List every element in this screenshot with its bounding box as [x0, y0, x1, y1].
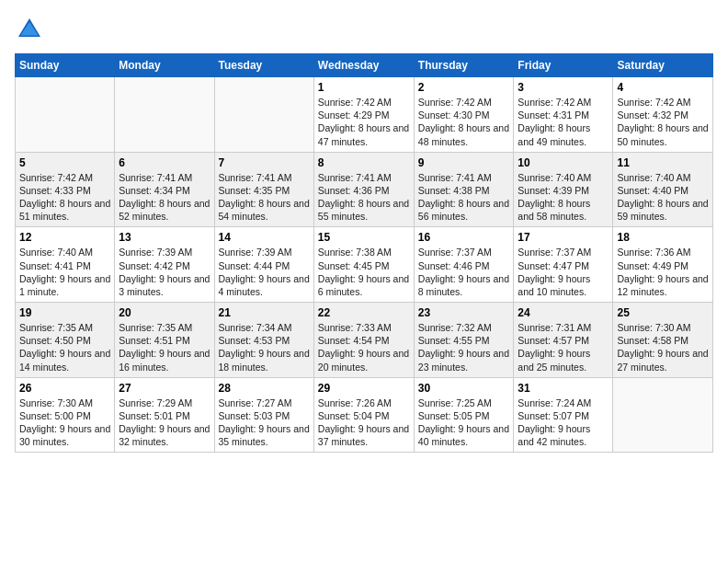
weekday-header: Sunday: [16, 54, 115, 77]
weekday-header: Thursday: [414, 54, 514, 77]
calendar-week-row: 26Sunrise: 7:30 AMSunset: 5:00 PMDayligh…: [16, 377, 713, 453]
day-number: 12: [19, 231, 110, 244]
day-info: Sunrise: 7:40 AMSunset: 4:40 PMDaylight:…: [617, 171, 709, 224]
day-info: Sunrise: 7:24 AMSunset: 5:07 PMDaylight:…: [518, 396, 609, 449]
calendar-day-cell: 17Sunrise: 7:37 AMSunset: 4:47 PMDayligh…: [514, 227, 613, 303]
day-info: Sunrise: 7:35 AMSunset: 4:51 PMDaylight:…: [119, 321, 210, 373]
calendar-day-cell: 28Sunrise: 7:27 AMSunset: 5:03 PMDayligh…: [214, 377, 313, 453]
day-info: Sunrise: 7:35 AMSunset: 4:50 PMDaylight:…: [19, 321, 110, 373]
calendar-day-cell: 22Sunrise: 7:33 AMSunset: 4:54 PMDayligh…: [313, 303, 414, 378]
day-info: Sunrise: 7:42 AMSunset: 4:30 PMDaylight:…: [418, 96, 510, 148]
page-header: [15, 15, 713, 44]
calendar-day-cell: [613, 377, 713, 453]
calendar-week-row: 5Sunrise: 7:42 AMSunset: 4:33 PMDaylight…: [16, 152, 713, 227]
day-info: Sunrise: 7:36 AMSunset: 4:49 PMDaylight:…: [617, 246, 709, 298]
logo: [15, 15, 48, 44]
day-number: 9: [418, 156, 510, 169]
calendar-table: SundayMondayTuesdayWednesdayThursdayFrid…: [15, 53, 713, 453]
day-number: 26: [19, 382, 110, 395]
day-number: 20: [119, 306, 210, 319]
calendar-day-cell: 10Sunrise: 7:40 AMSunset: 4:39 PMDayligh…: [514, 152, 613, 227]
calendar-day-cell: 14Sunrise: 7:39 AMSunset: 4:44 PMDayligh…: [214, 227, 313, 303]
day-info: Sunrise: 7:42 AMSunset: 4:31 PMDaylight:…: [518, 96, 609, 148]
day-number: 6: [119, 156, 210, 169]
calendar-day-cell: 9Sunrise: 7:41 AMSunset: 4:38 PMDaylight…: [414, 152, 514, 227]
day-info: Sunrise: 7:25 AMSunset: 5:05 PMDaylight:…: [418, 396, 510, 449]
calendar-day-cell: 23Sunrise: 7:32 AMSunset: 4:55 PMDayligh…: [414, 303, 514, 378]
day-number: 10: [518, 156, 609, 169]
day-info: Sunrise: 7:42 AMSunset: 4:33 PMDaylight:…: [19, 171, 110, 224]
day-info: Sunrise: 7:42 AMSunset: 4:32 PMDaylight:…: [617, 96, 709, 148]
day-number: 16: [418, 231, 510, 244]
weekday-header: Wednesday: [313, 54, 414, 77]
weekday-header: Saturday: [613, 54, 713, 77]
day-info: Sunrise: 7:40 AMSunset: 4:39 PMDaylight:…: [518, 171, 609, 224]
calendar-day-cell: 20Sunrise: 7:35 AMSunset: 4:51 PMDayligh…: [115, 303, 214, 378]
calendar-week-row: 1Sunrise: 7:42 AMSunset: 4:29 PMDaylight…: [16, 77, 713, 153]
day-number: 19: [19, 306, 110, 319]
calendar-day-cell: 30Sunrise: 7:25 AMSunset: 5:05 PMDayligh…: [414, 377, 514, 453]
calendar-day-cell: 29Sunrise: 7:26 AMSunset: 5:04 PMDayligh…: [313, 377, 414, 453]
day-info: Sunrise: 7:40 AMSunset: 4:41 PMDaylight:…: [19, 246, 110, 298]
day-info: Sunrise: 7:31 AMSunset: 4:57 PMDaylight:…: [518, 321, 609, 373]
calendar-day-cell: 15Sunrise: 7:38 AMSunset: 4:45 PMDayligh…: [313, 227, 414, 303]
logo-icon: [15, 15, 44, 44]
calendar-day-cell: 7Sunrise: 7:41 AMSunset: 4:35 PMDaylight…: [214, 152, 313, 227]
calendar-day-cell: 2Sunrise: 7:42 AMSunset: 4:30 PMDaylight…: [414, 77, 514, 153]
day-number: 23: [418, 306, 510, 319]
calendar-day-cell: 3Sunrise: 7:42 AMSunset: 4:31 PMDaylight…: [514, 77, 613, 153]
day-info: Sunrise: 7:30 AMSunset: 4:58 PMDaylight:…: [617, 321, 709, 373]
day-number: 15: [318, 231, 410, 244]
day-info: Sunrise: 7:27 AMSunset: 5:03 PMDaylight:…: [219, 396, 310, 449]
calendar-day-cell: [115, 77, 214, 153]
calendar-week-row: 12Sunrise: 7:40 AMSunset: 4:41 PMDayligh…: [16, 227, 713, 303]
day-number: 25: [617, 306, 709, 319]
calendar-header-row: SundayMondayTuesdayWednesdayThursdayFrid…: [16, 54, 713, 77]
calendar-day-cell: 5Sunrise: 7:42 AMSunset: 4:33 PMDaylight…: [16, 152, 115, 227]
calendar-day-cell: 13Sunrise: 7:39 AMSunset: 4:42 PMDayligh…: [115, 227, 214, 303]
day-number: 14: [219, 231, 310, 244]
calendar-day-cell: 4Sunrise: 7:42 AMSunset: 4:32 PMDaylight…: [613, 77, 713, 153]
day-number: 1: [318, 81, 410, 94]
day-info: Sunrise: 7:34 AMSunset: 4:53 PMDaylight:…: [219, 321, 310, 373]
day-number: 30: [418, 382, 510, 395]
calendar-day-cell: 18Sunrise: 7:36 AMSunset: 4:49 PMDayligh…: [613, 227, 713, 303]
calendar-day-cell: [16, 77, 115, 153]
day-info: Sunrise: 7:32 AMSunset: 4:55 PMDaylight:…: [418, 321, 510, 373]
calendar-day-cell: 24Sunrise: 7:31 AMSunset: 4:57 PMDayligh…: [514, 303, 613, 378]
day-info: Sunrise: 7:41 AMSunset: 4:36 PMDaylight:…: [318, 171, 410, 224]
day-number: 7: [219, 156, 310, 169]
calendar-day-cell: 21Sunrise: 7:34 AMSunset: 4:53 PMDayligh…: [214, 303, 313, 378]
day-number: 11: [617, 156, 709, 169]
weekday-header: Monday: [115, 54, 214, 77]
calendar-day-cell: 27Sunrise: 7:29 AMSunset: 5:01 PMDayligh…: [115, 377, 214, 453]
day-number: 22: [318, 306, 410, 319]
day-info: Sunrise: 7:33 AMSunset: 4:54 PMDaylight:…: [318, 321, 410, 373]
weekday-header: Friday: [514, 54, 613, 77]
day-info: Sunrise: 7:42 AMSunset: 4:29 PMDaylight:…: [318, 96, 410, 148]
day-info: Sunrise: 7:41 AMSunset: 4:38 PMDaylight:…: [418, 171, 510, 224]
day-info: Sunrise: 7:41 AMSunset: 4:34 PMDaylight:…: [119, 171, 210, 224]
day-number: 8: [318, 156, 410, 169]
day-info: Sunrise: 7:39 AMSunset: 4:42 PMDaylight:…: [119, 246, 210, 298]
calendar-day-cell: 16Sunrise: 7:37 AMSunset: 4:46 PMDayligh…: [414, 227, 514, 303]
calendar-day-cell: 6Sunrise: 7:41 AMSunset: 4:34 PMDaylight…: [115, 152, 214, 227]
weekday-header: Tuesday: [214, 54, 313, 77]
calendar-day-cell: 12Sunrise: 7:40 AMSunset: 4:41 PMDayligh…: [16, 227, 115, 303]
calendar-week-row: 19Sunrise: 7:35 AMSunset: 4:50 PMDayligh…: [16, 303, 713, 378]
calendar-day-cell: 1Sunrise: 7:42 AMSunset: 4:29 PMDaylight…: [313, 77, 414, 153]
day-info: Sunrise: 7:26 AMSunset: 5:04 PMDaylight:…: [318, 396, 410, 449]
day-info: Sunrise: 7:37 AMSunset: 4:46 PMDaylight:…: [418, 246, 510, 298]
day-info: Sunrise: 7:39 AMSunset: 4:44 PMDaylight:…: [219, 246, 310, 298]
day-number: 29: [318, 382, 410, 395]
day-info: Sunrise: 7:30 AMSunset: 5:00 PMDaylight:…: [19, 396, 110, 449]
day-number: 18: [617, 231, 709, 244]
calendar-day-cell: 8Sunrise: 7:41 AMSunset: 4:36 PMDaylight…: [313, 152, 414, 227]
day-number: 17: [518, 231, 609, 244]
day-info: Sunrise: 7:38 AMSunset: 4:45 PMDaylight:…: [318, 246, 410, 298]
calendar-day-cell: 11Sunrise: 7:40 AMSunset: 4:40 PMDayligh…: [613, 152, 713, 227]
day-info: Sunrise: 7:29 AMSunset: 5:01 PMDaylight:…: [119, 396, 210, 449]
day-number: 3: [518, 81, 609, 94]
day-number: 2: [418, 81, 510, 94]
day-number: 5: [19, 156, 110, 169]
